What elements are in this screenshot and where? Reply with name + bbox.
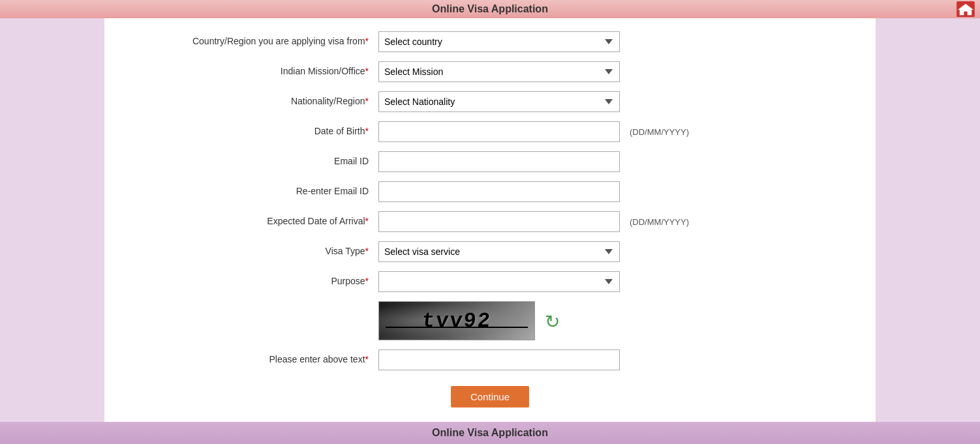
captcha-input-row: Please enter above text* (130, 349, 850, 370)
visa-type-row: Visa Type* Select visa service (130, 241, 850, 262)
nationality-select[interactable]: Select Nationality (378, 91, 620, 112)
page-wrapper: Online Visa Application Country/Region y… (0, 0, 980, 444)
captcha-input-label: Please enter above text* (130, 353, 378, 366)
country-select[interactable]: Select country (378, 31, 620, 52)
dob-row: Date of Birth* (DD/MM/YYYY) (130, 121, 850, 142)
arrival-date-required-star: * (365, 216, 369, 226)
captcha-input[interactable] (378, 349, 620, 370)
purpose-select[interactable] (378, 271, 620, 292)
dob-hint: (DD/MM/YYYY) (630, 127, 689, 137)
arrival-date-input[interactable] (378, 211, 620, 232)
mission-row: Indian Mission/Office* Select Mission (130, 61, 850, 82)
nationality-label: Nationality/Region* (130, 95, 378, 108)
button-row: Continue (130, 379, 850, 407)
purpose-required-star: * (365, 276, 369, 286)
mission-select[interactable]: Select Mission (378, 61, 620, 82)
email-confirm-input[interactable] (378, 181, 620, 202)
svg-rect-2 (964, 12, 967, 16)
page-title: Online Visa Application (432, 3, 548, 15)
footer-title: Online Visa Application (432, 427, 548, 438)
mission-label: Indian Mission/Office* (130, 65, 378, 78)
mission-required-star: * (365, 66, 369, 76)
continue-button[interactable]: Continue (451, 386, 529, 407)
email-confirm-label: Re-enter Email ID (130, 185, 378, 198)
visa-type-required-star: * (365, 246, 369, 256)
home-icon[interactable] (957, 1, 975, 17)
captcha-line (386, 327, 528, 328)
arrival-date-row: Expected Date of Arrival* (DD/MM/YYYY) (130, 211, 850, 232)
country-row: Country/Region you are applying visa fro… (130, 31, 850, 52)
nationality-row: Nationality/Region* Select Nationality (130, 91, 850, 112)
arrival-date-hint: (DD/MM/YYYY) (630, 217, 689, 227)
dob-label: Date of Birth* (130, 125, 378, 138)
visa-type-label: Visa Type* (130, 245, 378, 258)
nationality-required-star: * (365, 96, 369, 106)
captcha-wrapper: tvv92 ↻ (378, 301, 564, 340)
purpose-label: Purpose* (130, 275, 378, 288)
captcha-refresh-icon[interactable]: ↻ (545, 311, 564, 331)
captcha-display-text: tvv92 (421, 309, 492, 333)
purpose-row: Purpose* (130, 271, 850, 292)
email-row: Email ID (130, 151, 850, 172)
top-header: Online Visa Application (0, 0, 980, 18)
captcha-required-star: * (365, 354, 369, 364)
dob-input[interactable] (378, 121, 620, 142)
bottom-footer: Online Visa Application (0, 422, 980, 444)
visa-type-select[interactable]: Select visa service (378, 241, 620, 262)
email-label: Email ID (130, 155, 378, 168)
dob-required-star: * (365, 126, 369, 136)
country-label: Country/Region you are applying visa fro… (130, 35, 378, 48)
captcha-image: tvv92 (378, 301, 535, 340)
main-form-area: Country/Region you are applying visa fro… (104, 18, 876, 440)
country-required-star: * (365, 36, 369, 46)
email-input[interactable] (378, 151, 620, 172)
arrival-date-label: Expected Date of Arrival* (130, 215, 378, 228)
captcha-image-row: tvv92 ↻ (130, 301, 850, 340)
email-confirm-row: Re-enter Email ID (130, 181, 850, 202)
